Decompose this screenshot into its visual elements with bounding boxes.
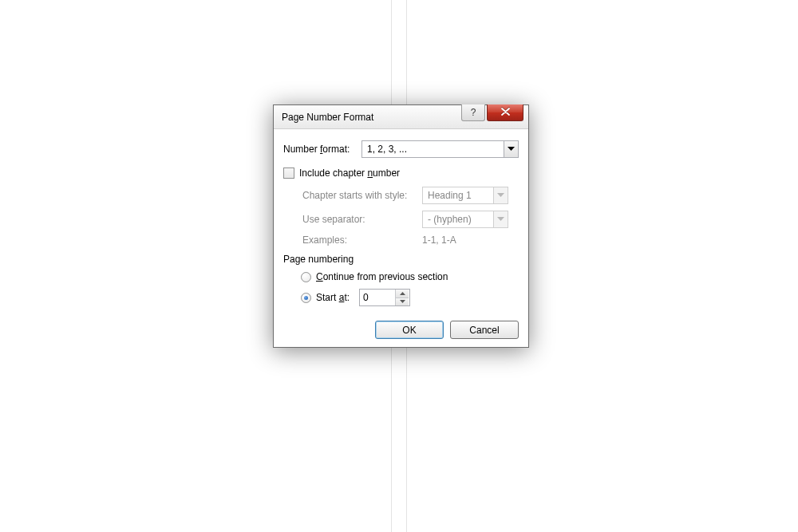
include-chapter-row[interactable]: Include chapter number bbox=[283, 167, 519, 179]
chapter-options: Chapter starts with style: Heading 1 Use… bbox=[283, 187, 519, 246]
chapter-style-label: Chapter starts with style: bbox=[302, 190, 422, 201]
cancel-button[interactable]: Cancel bbox=[450, 321, 519, 339]
help-button[interactable]: ? bbox=[461, 104, 485, 121]
number-format-combo[interactable]: 1, 2, 3, ... bbox=[361, 140, 519, 158]
chevron-down-icon bbox=[493, 211, 508, 227]
start-at-spinner[interactable] bbox=[359, 289, 410, 306]
chevron-down-icon bbox=[504, 141, 518, 157]
continue-radio[interactable] bbox=[301, 272, 311, 282]
dialog-buttons: OK Cancel bbox=[283, 321, 519, 339]
chapter-style-combo: Heading 1 bbox=[422, 187, 508, 204]
dialog-body: Number format: 1, 2, 3, ... Include chap… bbox=[274, 129, 528, 347]
chapter-style-value: Heading 1 bbox=[423, 190, 493, 201]
spinner-arrows bbox=[395, 290, 409, 305]
page-numbering-options: Continue from previous section Start at: bbox=[283, 271, 519, 306]
examples-label: Examples: bbox=[302, 234, 422, 246]
chapter-style-row: Chapter starts with style: Heading 1 bbox=[302, 187, 519, 204]
continue-label: Continue from previous section bbox=[316, 271, 448, 282]
examples-value: 1-1, 1-A bbox=[422, 234, 456, 246]
page-number-format-dialog: Page Number Format ? Number format: 1, 2… bbox=[273, 104, 529, 348]
start-at-radio[interactable] bbox=[301, 293, 311, 303]
start-at-input[interactable] bbox=[360, 290, 395, 305]
number-format-row: Number format: 1, 2, 3, ... bbox=[283, 140, 519, 158]
ok-button[interactable]: OK bbox=[375, 321, 444, 339]
include-chapter-checkbox[interactable] bbox=[283, 167, 294, 179]
help-icon: ? bbox=[471, 107, 476, 118]
start-at-radio-row[interactable]: Start at: bbox=[301, 289, 519, 306]
window-controls: ? bbox=[461, 104, 523, 121]
titlebar[interactable]: Page Number Format ? bbox=[274, 105, 528, 129]
separator-row: Use separator: - (hyphen) bbox=[302, 211, 519, 228]
number-format-value: 1, 2, 3, ... bbox=[362, 144, 504, 155]
page-numbering-group-label: Page numbering bbox=[283, 254, 519, 265]
start-at-label: Start at: bbox=[316, 292, 350, 303]
number-format-label: Number format: bbox=[283, 144, 361, 155]
dialog-title: Page Number Format bbox=[282, 112, 373, 123]
continue-radio-row[interactable]: Continue from previous section bbox=[301, 271, 519, 282]
separator-label: Use separator: bbox=[302, 214, 422, 225]
close-button[interactable] bbox=[487, 104, 523, 121]
spinner-down[interactable] bbox=[396, 298, 409, 306]
include-chapter-label: Include chapter number bbox=[299, 167, 400, 179]
examples-row: Examples: 1-1, 1-A bbox=[302, 234, 519, 246]
chevron-down-icon bbox=[493, 187, 508, 203]
separator-combo: - (hyphen) bbox=[422, 211, 508, 228]
spinner-up[interactable] bbox=[396, 290, 409, 298]
close-icon bbox=[501, 107, 510, 118]
separator-value: - (hyphen) bbox=[423, 214, 493, 225]
